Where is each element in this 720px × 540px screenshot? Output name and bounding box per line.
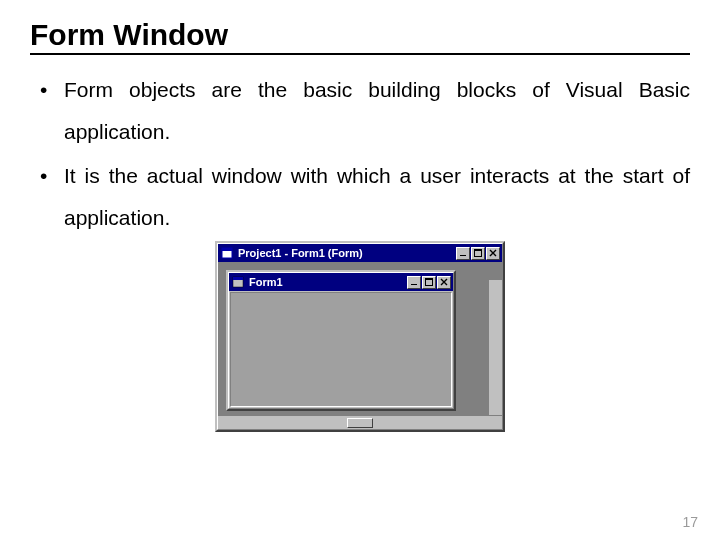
svg-rect-7 <box>411 284 417 285</box>
close-button[interactable] <box>486 247 500 260</box>
scrollbar-thumb[interactable] <box>347 418 373 428</box>
form-designer-icon <box>220 246 234 260</box>
bullet-list: Form objects are the basic building bloc… <box>30 69 690 239</box>
designer-window: Project1 - Form1 (Form) <box>215 241 505 432</box>
page-title: Form Window <box>30 18 690 55</box>
form-title: Form1 <box>249 276 406 288</box>
minimize-button[interactable] <box>456 247 470 260</box>
form-close-button[interactable] <box>437 276 451 289</box>
designer-titlebar[interactable]: Project1 - Form1 (Form) <box>218 244 502 262</box>
bullet-item: It is the actual window with which a use… <box>36 155 690 239</box>
svg-rect-6 <box>233 277 243 280</box>
vertical-scrollbar[interactable] <box>488 280 502 415</box>
page-number: 17 <box>682 514 698 530</box>
form-maximize-button[interactable] <box>422 276 436 289</box>
form-titlebar[interactable]: Form1 <box>229 273 453 291</box>
designer-title: Project1 - Form1 (Form) <box>238 247 455 259</box>
form-minimize-button[interactable] <box>407 276 421 289</box>
svg-rect-4 <box>474 249 482 251</box>
form-design-surface[interactable] <box>230 292 452 407</box>
designer-client-area: Form1 <box>218 262 502 429</box>
form-window[interactable]: Form1 <box>226 270 456 411</box>
bullet-item: Form objects are the basic building bloc… <box>36 69 690 153</box>
figure: Project1 - Form1 (Form) <box>30 241 690 432</box>
maximize-button[interactable] <box>471 247 485 260</box>
horizontal-scrollbar[interactable] <box>218 415 502 429</box>
svg-rect-1 <box>222 248 232 251</box>
svg-rect-9 <box>425 278 433 280</box>
form-icon <box>231 275 245 289</box>
svg-rect-2 <box>460 255 466 256</box>
